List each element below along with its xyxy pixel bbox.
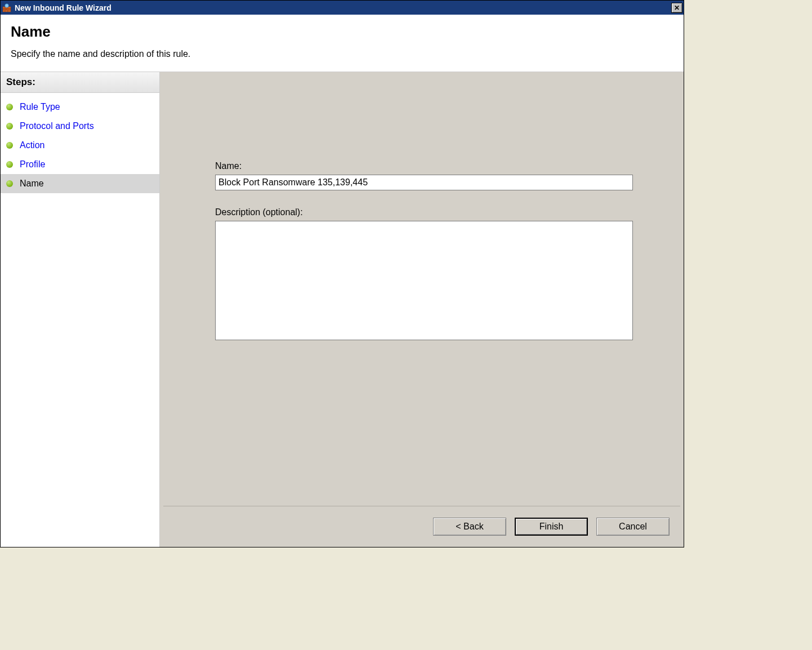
step-action[interactable]: Action bbox=[1, 136, 159, 155]
step-label: Rule Type bbox=[20, 102, 60, 112]
bullet-icon bbox=[6, 123, 13, 130]
step-rule-type[interactable]: Rule Type bbox=[1, 97, 159, 117]
name-label: Name: bbox=[215, 161, 633, 171]
step-label: Name bbox=[20, 179, 44, 189]
description-input[interactable] bbox=[215, 221, 633, 340]
svg-rect-6 bbox=[3, 10, 5, 12]
steps-list: Rule Type Protocol and Ports Action Prof… bbox=[1, 93, 159, 193]
step-label: Action bbox=[20, 140, 44, 150]
step-label: Protocol and Ports bbox=[20, 121, 94, 131]
svg-rect-8 bbox=[8, 10, 11, 12]
step-protocol-and-ports[interactable]: Protocol and Ports bbox=[1, 117, 159, 136]
close-icon: ✕ bbox=[674, 4, 680, 12]
step-name[interactable]: Name bbox=[1, 174, 159, 193]
wizard-header: Name Specify the name and description of… bbox=[1, 15, 684, 72]
finish-button[interactable]: Finish bbox=[515, 518, 588, 536]
back-button[interactable]: < Back bbox=[433, 518, 506, 536]
description-label: Description (optional): bbox=[215, 207, 633, 217]
bullet-icon bbox=[6, 161, 13, 168]
close-button[interactable]: ✕ bbox=[671, 3, 682, 13]
step-label: Profile bbox=[20, 159, 45, 170]
main-panel: Name: Description (optional): < Back Fin… bbox=[160, 72, 684, 547]
svg-rect-7 bbox=[5, 10, 8, 12]
name-group: Name: bbox=[215, 161, 633, 190]
wizard-body: Steps: Rule Type Protocol and Ports Acti… bbox=[1, 72, 684, 547]
description-group: Description (optional): bbox=[215, 207, 633, 342]
wizard-window: New Inbound Rule Wizard ✕ Name Specify t… bbox=[0, 0, 684, 547]
steps-header: Steps: bbox=[1, 72, 159, 93]
steps-sidebar: Steps: Rule Type Protocol and Ports Acti… bbox=[1, 72, 160, 547]
svg-rect-3 bbox=[8, 7, 11, 8]
name-input[interactable] bbox=[215, 175, 633, 190]
page-title: Name bbox=[11, 23, 673, 41]
button-bar: < Back Finish Cancel bbox=[160, 506, 684, 547]
firewall-icon bbox=[2, 3, 12, 13]
form-area: Name: Description (optional): bbox=[160, 72, 684, 506]
bullet-icon bbox=[6, 104, 13, 110]
step-profile[interactable]: Profile bbox=[1, 155, 159, 174]
title-bar: New Inbound Rule Wizard ✕ bbox=[1, 1, 684, 15]
window-title: New Inbound Rule Wizard bbox=[15, 3, 671, 12]
svg-rect-1 bbox=[3, 7, 5, 8]
page-subtitle: Specify the name and description of this… bbox=[11, 49, 673, 59]
bullet-icon bbox=[6, 142, 13, 149]
svg-point-10 bbox=[6, 4, 8, 7]
cancel-button[interactable]: Cancel bbox=[596, 518, 670, 536]
bullet-icon bbox=[6, 180, 13, 187]
svg-rect-5 bbox=[6, 8, 11, 10]
svg-rect-4 bbox=[3, 8, 6, 10]
